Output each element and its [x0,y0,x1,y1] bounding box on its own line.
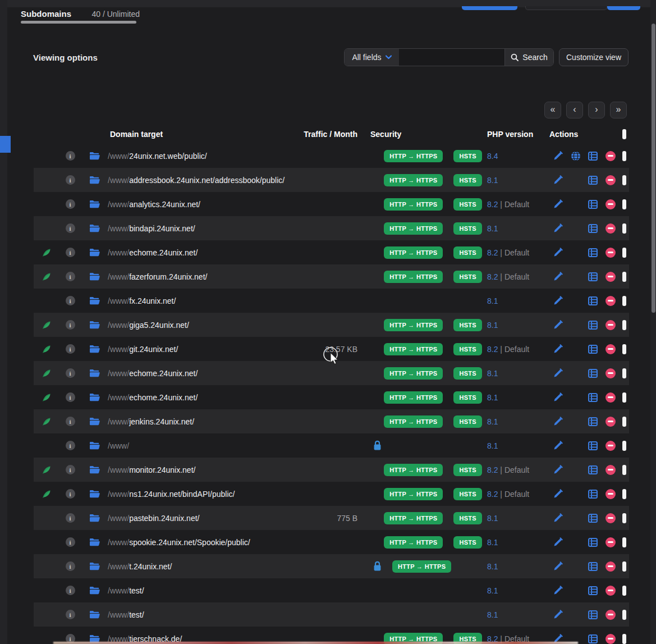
spreadsheet-button[interactable] [588,610,598,619]
info-icon[interactable]: i [66,368,75,378]
info-icon[interactable]: i [66,223,75,233]
remove-button[interactable] [605,417,616,427]
edit-button[interactable] [553,417,563,426]
edit-button[interactable] [553,610,563,619]
info-icon[interactable]: i [66,272,75,281]
spreadsheet-button[interactable] [588,321,598,330]
edit-button[interactable] [553,489,563,499]
globe-button[interactable] [571,151,581,161]
spreadsheet-button[interactable] [588,272,598,281]
edit-button[interactable] [553,248,563,257]
remove-button[interactable] [605,320,616,330]
edit-button[interactable] [553,586,563,595]
edit-button[interactable] [553,561,563,571]
spreadsheet-button[interactable] [588,538,598,547]
remove-button[interactable] [605,586,616,596]
spreadsheet-button[interactable] [588,465,598,474]
remove-button[interactable] [605,392,616,403]
customize-view-button[interactable]: Customize view [559,48,629,66]
info-icon[interactable]: i [66,175,75,185]
remove-button[interactable] [605,537,616,547]
spreadsheet-button[interactable] [588,514,598,523]
next-page-button[interactable]: › [588,102,605,118]
info-icon[interactable]: i [66,199,75,209]
remove-button[interactable] [605,272,616,282]
table-row[interactable]: i /www/24unix.net.web/public/ HTTP → HTT… [34,144,629,168]
table-row[interactable]: i /www/test/ 8.1 [34,602,629,627]
table-row[interactable]: i /www/fazerforum.24unix.net/ HTTP → HTT… [34,264,629,289]
edit-button[interactable] [553,272,563,281]
spreadsheet-button[interactable] [588,417,598,426]
edit-button[interactable] [553,537,563,547]
remove-button[interactable] [605,175,616,185]
table-row[interactable]: i /www/giga5.24unix.net/ HTTP → HTTPS HS… [34,313,629,337]
remove-button[interactable] [605,199,616,209]
info-icon[interactable]: i [66,417,75,426]
info-icon[interactable]: i [66,296,75,305]
field-filter-dropdown[interactable]: All fields [345,49,399,66]
top-partial-button-1[interactable] [462,6,517,10]
edit-button[interactable] [553,175,563,185]
remove-button[interactable] [605,634,616,644]
info-icon[interactable]: i [66,513,75,523]
remove-button[interactable] [605,151,616,161]
info-icon[interactable]: i [66,441,75,450]
spreadsheet-button[interactable] [588,586,598,595]
first-page-button[interactable]: « [544,102,561,118]
table-row[interactable]: i /www/ 8.1 [34,433,629,458]
remove-button[interactable] [605,344,616,354]
table-row[interactable]: i /www/echome.24unix.net/ HTTP → HTTPS H… [34,385,629,409]
edit-button[interactable] [553,199,563,209]
table-row[interactable]: i /www/git.24unix.net/ 23.57 KB HTTP → H… [34,337,629,361]
table-row[interactable]: i /www/analytics.24unix.net/ HTTP → HTTP… [34,192,629,216]
remove-button[interactable] [605,368,616,378]
edit-button[interactable] [553,320,563,330]
remove-button[interactable] [605,561,616,572]
table-row[interactable]: i /www/addressbook.24unix.net/addressboo… [34,168,629,192]
info-icon[interactable]: i [66,489,75,499]
spreadsheet-button[interactable] [588,441,598,450]
edit-button[interactable] [553,513,563,523]
spreadsheet-button[interactable] [588,393,598,402]
search-button[interactable]: Search [504,49,553,66]
edit-button[interactable] [553,465,563,474]
edit-button[interactable] [553,441,563,450]
table-row[interactable]: i /www/echome.24unix.net/ HTTP → HTTPS H… [34,361,629,385]
table-row[interactable]: i /www/t.24unix.net/ HTTP → HTTPS 8.1 [34,554,629,578]
info-icon[interactable]: i [66,610,75,619]
prev-page-button[interactable]: ‹ [566,102,583,118]
edit-button[interactable] [553,392,563,402]
table-row[interactable]: i /www/jenkins.24unix.net/ HTTP → HTTPS … [34,409,629,433]
info-icon[interactable]: i [66,465,75,474]
last-page-button[interactable]: » [610,102,627,118]
spreadsheet-button[interactable] [588,562,598,571]
spreadsheet-button[interactable] [588,224,598,233]
spreadsheet-button[interactable] [588,296,598,305]
edit-button[interactable] [553,296,563,305]
spreadsheet-button[interactable] [588,369,598,378]
spreadsheet-button[interactable] [588,176,598,185]
remove-button[interactable] [605,441,616,451]
sidebar-toggle-tab[interactable] [0,136,11,153]
table-row[interactable]: i /www/pastebin.24unix.net/ 775 B HTTP →… [34,506,629,530]
search-input[interactable] [399,49,504,66]
remove-button[interactable] [605,248,616,258]
info-icon[interactable]: i [66,344,75,354]
table-row[interactable]: i /www/bindapi.24unix.net/ HTTP → HTTPS … [34,216,629,240]
spreadsheet-button[interactable] [588,345,598,354]
remove-button[interactable] [605,223,616,234]
edit-button[interactable] [553,151,563,161]
top-partial-button-3[interactable] [607,6,640,10]
spreadsheet-button[interactable] [588,152,598,161]
edit-button[interactable] [553,368,563,378]
spreadsheet-button[interactable] [588,248,598,257]
edit-button[interactable] [553,223,563,233]
table-row[interactable]: i /www/echome.24unix.net/ HTTP → HTTPS H… [34,240,629,264]
remove-button[interactable] [605,610,616,620]
remove-button[interactable] [605,513,616,523]
scrollbar-thumb[interactable] [652,24,655,313]
remove-button[interactable] [605,296,616,306]
spreadsheet-button[interactable] [588,200,598,209]
table-row[interactable]: i /www/test/ 8.1 [34,578,629,602]
info-icon[interactable]: i [66,248,75,257]
